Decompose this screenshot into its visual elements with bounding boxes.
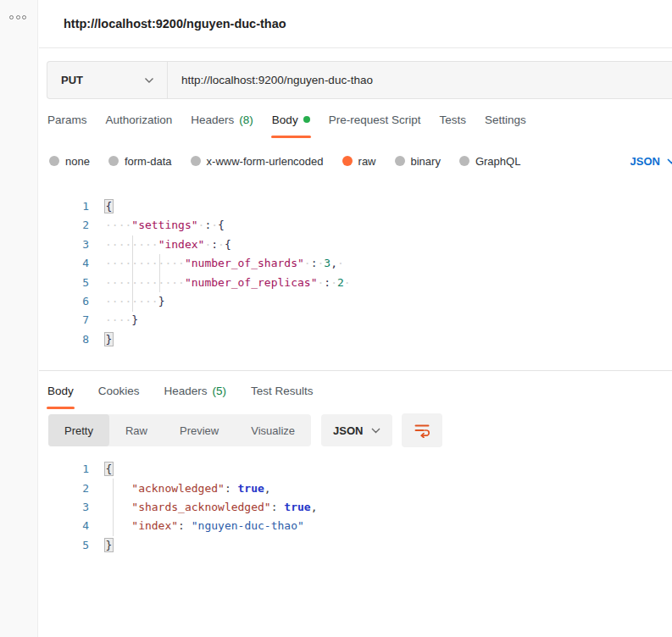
tab-label: Test Results [251, 385, 314, 397]
wrap-text-button[interactable] [402, 413, 442, 447]
request-tab-body[interactable]: Body [271, 99, 311, 140]
url-value: http://localhost:9200/nguyen-duc-thao [181, 74, 373, 86]
code-content: ········} [89, 292, 164, 311]
line-number: 1 [39, 460, 89, 479]
code-line: 2 "acknowledged": true, [39, 479, 672, 498]
view-visualize[interactable]: Visualize [235, 414, 311, 446]
tab-label: Body [272, 114, 298, 126]
request-tab-pre-request-script[interactable]: Pre-request Script [328, 99, 422, 140]
line-number: 3 [39, 498, 89, 517]
response-format-select[interactable]: JSON [321, 414, 392, 446]
response-format-label: JSON [333, 424, 363, 437]
request-title: http://localhost:9200/nguyen-duc-thao [64, 17, 286, 30]
line-number: 2 [39, 216, 89, 235]
body-type-none[interactable]: none [49, 155, 90, 168]
request-tab-params[interactable]: Params [47, 99, 88, 140]
tab-label: Headers [191, 114, 234, 126]
response-tab-body[interactable]: Body [47, 371, 75, 411]
line-number: 4 [39, 254, 89, 273]
code-line: 3 "shards_acknowledged": true, [39, 498, 672, 517]
response-tab-test-results[interactable]: Test Results [250, 371, 314, 411]
request-tabs: ParamsAuthorizationHeaders(8)BodyPre-req… [39, 99, 672, 140]
code-line: 4 "index": "nguyen-duc-thao" [39, 517, 672, 535]
body-type-raw[interactable]: raw [342, 155, 376, 168]
code-line: 7····} [39, 311, 672, 330]
body-language-label: JSON [630, 155, 660, 168]
request-tab-settings[interactable]: Settings [484, 99, 527, 140]
response-body-viewer: 1{2 "acknowledged": true,3 "shards_ackno… [39, 450, 672, 555]
response-code-lines: 1{2 "acknowledged": true,3 "shards_ackno… [39, 460, 672, 555]
chevron-down-icon [667, 158, 672, 164]
body-language-select[interactable]: JSON [630, 155, 672, 168]
code-content: "shards_acknowledged": true, [89, 498, 317, 517]
view-raw[interactable]: Raw [109, 414, 164, 446]
code-content: } [89, 330, 113, 349]
body-type-binary[interactable]: binary [395, 155, 441, 168]
code-line: 4············"number_of_shards"·:·3,· [39, 254, 672, 273]
tab-label: Headers [164, 385, 208, 397]
radio-label: none [65, 155, 90, 168]
code-content: ············"number_of_replicas"·:·2· [89, 274, 351, 292]
view-pretty[interactable]: Pretty [48, 414, 109, 446]
line-number: 4 [39, 517, 89, 535]
radio-icon [191, 156, 201, 166]
wrap-text-icon [414, 423, 430, 438]
method-url-box: PUT http://localhost:9200/nguyen-duc-tha… [47, 61, 672, 99]
method-label: PUT [61, 74, 83, 86]
line-number: 1 [39, 197, 89, 216]
code-content: "acknowledged": true, [89, 479, 271, 498]
code-line: 1{ [39, 460, 672, 479]
line-number: 2 [39, 479, 89, 498]
tab-label: Pre-request Script [329, 114, 421, 126]
code-content: ········"index"·:·{ [89, 235, 231, 254]
code-content: ············"number_of_shards"·:·3,· [89, 254, 344, 273]
code-content: { [89, 197, 113, 216]
line-number: 3 [39, 235, 89, 254]
body-type-graphql[interactable]: GraphQL [459, 155, 520, 168]
radio-icon [108, 156, 119, 166]
line-number: 8 [39, 330, 89, 349]
request-code-lines: 1{2····"settings"·:·{3········"index"·:·… [39, 197, 672, 349]
tab-label: Body [47, 385, 74, 397]
code-line: 5} [39, 536, 672, 555]
code-content: } [89, 536, 113, 555]
tab-label: Cookies [98, 385, 140, 397]
indent-guide [132, 235, 133, 312]
body-type-radios: noneform-datax-www-form-urlencodedrawbin… [49, 155, 539, 168]
body-type-row: noneform-datax-www-form-urlencodedrawbin… [39, 140, 672, 182]
body-type-x-www-form-urlencoded[interactable]: x-www-form-urlencoded [191, 155, 324, 168]
radio-label: x-www-form-urlencoded [207, 155, 324, 168]
tab-label: Params [47, 114, 87, 126]
tab-count-badge: (8) [239, 114, 253, 126]
request-body-editor[interactable]: 1{2····"settings"·:·{3········"index"·:·… [39, 182, 672, 370]
indent-guide [113, 479, 114, 536]
code-line: 2····"settings"·:·{ [39, 216, 672, 235]
request-tab-authorization[interactable]: Authorization [105, 99, 174, 140]
line-number: 6 [39, 292, 89, 311]
request-pane: http://localhost:9200/nguyen-duc-thao PU… [39, 0, 672, 637]
view-preview[interactable]: Preview [164, 414, 235, 446]
radio-label: GraphQL [475, 155, 520, 168]
request-tab-tests[interactable]: Tests [438, 99, 467, 140]
response-tab-headers[interactable]: Headers(5) [164, 371, 228, 411]
body-type-form-data[interactable]: form-data [108, 155, 172, 168]
radio-icon [49, 156, 59, 166]
code-content: ····"settings"·:·{ [89, 216, 225, 235]
chevron-down-icon [144, 77, 154, 84]
code-line: 8} [39, 330, 672, 349]
url-input[interactable]: http://localhost:9200/nguyen-duc-thao [168, 62, 672, 98]
code-content: ····} [89, 311, 138, 330]
unsaved-dot-icon [303, 116, 310, 123]
radio-label: raw [358, 155, 376, 168]
code-line: 3········"index"·:·{ [39, 235, 672, 254]
tab-label: Settings [485, 114, 526, 126]
request-tab-headers[interactable]: Headers(8) [190, 99, 254, 140]
tab-count-badge: (5) [213, 385, 227, 397]
request-title-tab[interactable]: http://localhost:9200/nguyen-duc-thao [39, 0, 672, 48]
method-select[interactable]: PUT [47, 62, 168, 98]
more-options-icon[interactable] [9, 15, 37, 19]
response-tab-cookies[interactable]: Cookies [97, 371, 141, 411]
line-number: 7 [39, 311, 89, 330]
response-tabs: BodyCookiesHeaders(5)Test Results [39, 371, 672, 411]
code-line: 5············"number_of_replicas"·:·2· [39, 274, 672, 292]
